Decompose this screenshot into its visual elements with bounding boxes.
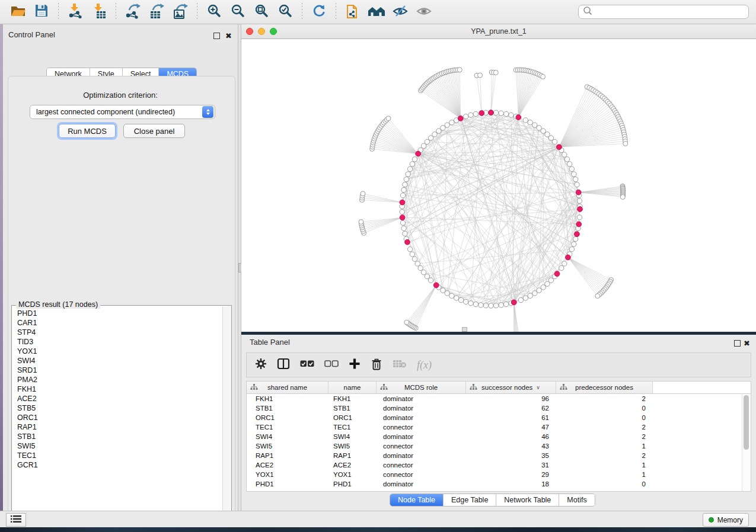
network-node[interactable]	[436, 129, 441, 133]
table-cell[interactable]: dominator	[377, 433, 466, 440]
network-node[interactable]	[575, 182, 579, 187]
table-cell[interactable]: YOX1	[328, 471, 377, 478]
network-node[interactable]	[407, 247, 412, 252]
mcds-hub-node[interactable]	[416, 151, 421, 156]
network-leaf-node[interactable]	[623, 141, 628, 146]
close-panel-icon[interactable]: ✖	[225, 30, 232, 41]
search-field[interactable]	[578, 5, 749, 19]
result-item[interactable]: SRD1	[12, 366, 223, 375]
network-node[interactable]	[532, 123, 537, 127]
network-node[interactable]	[412, 157, 417, 162]
network-node[interactable]	[425, 274, 429, 278]
result-item[interactable]: STB5	[12, 403, 223, 413]
table-cell[interactable]: STB1	[328, 405, 377, 412]
network-node[interactable]	[404, 177, 409, 181]
network-node[interactable]	[410, 162, 414, 166]
network-node[interactable]	[483, 303, 488, 308]
result-item[interactable]: ORC1	[12, 413, 223, 422]
mcds-hub-node[interactable]	[554, 271, 560, 277]
show-details-button[interactable]	[414, 2, 434, 21]
table-cell[interactable]: 2	[556, 452, 653, 459]
show-networks-home-button[interactable]	[366, 2, 387, 21]
export-image-button[interactable]	[170, 2, 190, 21]
network-node[interactable]	[449, 120, 454, 125]
table-cell[interactable]: 1	[556, 462, 653, 469]
network-node[interactable]	[421, 143, 426, 148]
table-cell[interactable]: connector	[377, 424, 466, 431]
network-node[interactable]	[493, 110, 498, 115]
table-scrollbar-thumb[interactable]	[744, 395, 749, 450]
result-item[interactable]: PHD1	[12, 309, 223, 318]
network-node[interactable]	[445, 291, 449, 296]
mcds-hub-node[interactable]	[576, 190, 581, 195]
network-node[interactable]	[403, 231, 407, 236]
table-cell[interactable]: connector	[377, 471, 466, 478]
table-cell[interactable]: 2	[556, 395, 653, 402]
network-node[interactable]	[421, 270, 426, 275]
network-node[interactable]	[418, 265, 423, 270]
table-cell[interactable]: ACE2	[247, 462, 328, 469]
result-item[interactable]: FKH1	[12, 384, 223, 394]
table-cell[interactable]: dominator	[377, 414, 466, 421]
table-cell[interactable]: SWI4	[328, 433, 377, 440]
network-node[interactable]	[532, 291, 537, 296]
table-row[interactable]: TEC1TEC1connector472	[247, 422, 751, 432]
network-node[interactable]	[428, 136, 433, 140]
network-node[interactable]	[401, 226, 406, 230]
network-node[interactable]	[545, 132, 550, 137]
result-item[interactable]: STB1	[12, 432, 223, 441]
result-item[interactable]: ACE2	[12, 394, 223, 403]
criterion-dropdown[interactable]: largest connected component (undirected)	[30, 105, 215, 119]
network-node[interactable]	[577, 215, 582, 220]
result-item[interactable]: YOX1	[12, 347, 223, 356]
table-cell[interactable]: TEC1	[247, 424, 328, 431]
mcds-hub-node[interactable]	[458, 116, 463, 121]
mcds-hub-node[interactable]	[575, 232, 580, 237]
table-body[interactable]: FKH1FKH1dominator962STB1STB1dominator620…	[247, 394, 751, 489]
mcds-hub-node[interactable]	[405, 239, 410, 245]
mcds-hub-node[interactable]	[489, 110, 494, 116]
network-node[interactable]	[562, 261, 567, 266]
import-network-button[interactable]	[65, 2, 85, 21]
table-cell[interactable]: 62	[466, 405, 556, 412]
column-header-MCDS-role[interactable]: MCDS role	[377, 382, 466, 393]
result-item[interactable]: RAP1	[12, 422, 223, 432]
result-item[interactable]: SWI5	[12, 441, 223, 451]
network-leaf-node[interactable]	[620, 195, 625, 200]
column-header-predecessor-nodes[interactable]: predecessor nodes	[556, 382, 653, 393]
network-node[interactable]	[415, 261, 420, 266]
network-node[interactable]	[458, 297, 463, 302]
network-node[interactable]	[537, 288, 541, 293]
network-node[interactable]	[410, 252, 414, 257]
tab-edge-table[interactable]: Edge Table	[444, 494, 496, 506]
table-cell[interactable]: ACE2	[328, 462, 377, 469]
network-leaf-node[interactable]	[478, 73, 483, 78]
network-node[interactable]	[572, 172, 576, 177]
save-session-button[interactable]	[31, 2, 52, 21]
network-node[interactable]	[428, 278, 433, 283]
memory-button[interactable]: Memory	[703, 513, 749, 527]
table-cell[interactable]: 2	[556, 424, 653, 431]
table-cell[interactable]: dominator	[377, 395, 466, 402]
tab-node-table[interactable]: Node Table	[390, 494, 444, 506]
network-leaf-node[interactable]	[386, 116, 391, 121]
network-node[interactable]	[528, 120, 532, 125]
network-node[interactable]	[432, 132, 437, 137]
select-all-columns-button[interactable]	[300, 360, 314, 370]
mcds-hub-node[interactable]	[433, 283, 439, 288]
network-node[interactable]	[489, 303, 493, 308]
import-table-button[interactable]	[89, 2, 109, 21]
horizontal-splitter-grip[interactable]	[462, 327, 467, 332]
table-cell[interactable]: YOX1	[247, 471, 328, 478]
table-cell[interactable]: 0	[556, 480, 653, 488]
create-column-button[interactable]	[349, 358, 361, 372]
table-cell[interactable]: 61	[466, 414, 556, 421]
network-node[interactable]	[464, 299, 468, 304]
network-node[interactable]	[528, 293, 532, 298]
network-node[interactable]	[541, 129, 546, 133]
mcds-hub-node[interactable]	[516, 115, 521, 120]
network-node[interactable]	[569, 166, 574, 171]
search-input[interactable]	[593, 6, 748, 18]
network-canvas[interactable]	[241, 39, 756, 332]
mcds-result-list[interactable]: PHD1CAR1STP4TID3YOX1SWI4SRD1PMA2FKH1ACE2…	[12, 309, 223, 519]
